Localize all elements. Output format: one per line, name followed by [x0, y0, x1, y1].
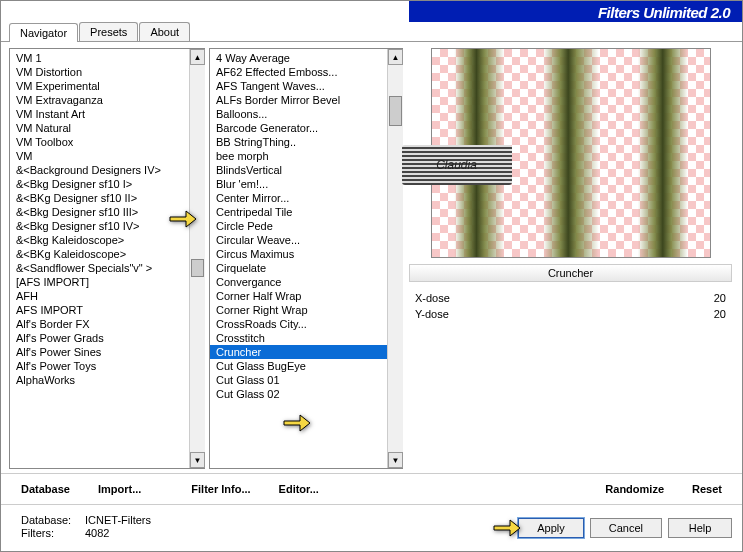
- category-list[interactable]: VM 1VM DistortionVM ExperimentalVM Extra…: [9, 48, 205, 469]
- list-item[interactable]: AlphaWorks: [10, 373, 189, 387]
- status-bar: Database: ICNET-Filters Filters: 4082: [11, 511, 161, 545]
- help-button[interactable]: Help: [668, 518, 732, 538]
- preview-image: Claudia: [431, 48, 711, 258]
- list-item[interactable]: Alf's Power Toys: [10, 359, 189, 373]
- list-item[interactable]: BB StringThing..: [210, 135, 387, 149]
- list-item[interactable]: &<BKg Designer sf10 II>: [10, 191, 189, 205]
- list-item[interactable]: ALFs Border Mirror Bevel: [210, 93, 387, 107]
- list-item[interactable]: Cirquelate: [210, 261, 387, 275]
- status-db-label: Database:: [21, 514, 77, 526]
- list-item[interactable]: Alf's Border FX: [10, 317, 189, 331]
- status-count-value: 4082: [85, 527, 109, 539]
- list-item[interactable]: &<Bkg Kaleidoscope>: [10, 233, 189, 247]
- list-item[interactable]: Circle Pede: [210, 219, 387, 233]
- list-item[interactable]: VM Extravaganza: [10, 93, 189, 107]
- apply-button[interactable]: Apply: [518, 518, 584, 538]
- list-item[interactable]: Crosstitch: [210, 331, 387, 345]
- list-item[interactable]: bee morph: [210, 149, 387, 163]
- list-item[interactable]: VM Experimental: [10, 79, 189, 93]
- watermark-badge: Claudia: [402, 145, 512, 185]
- list-item[interactable]: [AFS IMPORT]: [10, 275, 189, 289]
- list-item[interactable]: 4 Way Average: [210, 51, 387, 65]
- list-item[interactable]: Centripedal Tile: [210, 205, 387, 219]
- list-item[interactable]: VM Instant Art: [10, 107, 189, 121]
- filter-scrollbar[interactable]: ▲ ▼: [387, 49, 403, 468]
- status-db-value: ICNET-Filters: [85, 514, 151, 526]
- filter-info-button[interactable]: Filter Info...: [181, 480, 260, 498]
- scroll-down-icon[interactable]: ▼: [190, 452, 205, 468]
- filter-list[interactable]: 4 Way AverageAF62 Effected Emboss...AFS …: [209, 48, 403, 469]
- dialog-window: Filters Unlimited 2.0 Navigator Presets …: [0, 0, 743, 552]
- list-item[interactable]: CrossRoads City...: [210, 317, 387, 331]
- list-item[interactable]: &<Bkg Designer sf10 III>: [10, 205, 189, 219]
- parameter-panel: X-dose 20 Y-dose 20: [407, 288, 734, 324]
- watermark-text: Claudia: [436, 158, 477, 172]
- list-item[interactable]: &<Bkg Designer sf10 IV>: [10, 219, 189, 233]
- toolbar-row: Database Import... Filter Info... Editor…: [1, 473, 742, 504]
- param-value: 20: [714, 292, 726, 304]
- tab-navigator[interactable]: Navigator: [9, 23, 78, 42]
- list-item[interactable]: Balloons...: [210, 107, 387, 121]
- list-item[interactable]: Circus Maximus: [210, 247, 387, 261]
- param-row[interactable]: Y-dose 20: [415, 306, 726, 322]
- list-item[interactable]: Cut Glass BugEye: [210, 359, 387, 373]
- list-item[interactable]: VM Natural: [10, 121, 189, 135]
- list-item[interactable]: &<Sandflower Specials"v" >: [10, 261, 189, 275]
- list-item[interactable]: VM Distortion: [10, 65, 189, 79]
- list-item[interactable]: Blur 'em!...: [210, 177, 387, 191]
- import-button[interactable]: Import...: [88, 480, 151, 498]
- reset-button[interactable]: Reset: [682, 480, 732, 498]
- list-item[interactable]: Barcode Generator...: [210, 121, 387, 135]
- list-item[interactable]: Circular Weave...: [210, 233, 387, 247]
- list-item[interactable]: &<Background Designers IV>: [10, 163, 189, 177]
- list-item[interactable]: Alf's Power Sines: [10, 345, 189, 359]
- list-item[interactable]: AFS Tangent Waves...: [210, 79, 387, 93]
- list-item[interactable]: VM 1: [10, 51, 189, 65]
- scroll-up-icon[interactable]: ▲: [388, 49, 403, 65]
- filter-column: 4 Way AverageAF62 Effected Emboss...AFS …: [209, 48, 403, 469]
- param-row[interactable]: X-dose 20: [415, 290, 726, 306]
- randomize-button[interactable]: Randomize: [595, 480, 674, 498]
- list-item[interactable]: Corner Half Wrap: [210, 289, 387, 303]
- filter-name-label: Cruncher: [409, 264, 732, 282]
- cancel-button[interactable]: Cancel: [590, 518, 662, 538]
- status-count-label: Filters:: [21, 527, 77, 539]
- list-item[interactable]: BlindsVertical: [210, 163, 387, 177]
- scroll-down-icon[interactable]: ▼: [388, 452, 403, 468]
- list-item[interactable]: VM: [10, 149, 189, 163]
- category-column: VM 1VM DistortionVM ExperimentalVM Extra…: [9, 48, 205, 469]
- list-item[interactable]: &<BKg Kaleidoscope>: [10, 247, 189, 261]
- main-area: VM 1VM DistortionVM ExperimentalVM Extra…: [1, 42, 742, 473]
- list-item[interactable]: AF62 Effected Emboss...: [210, 65, 387, 79]
- action-row: Database: ICNET-Filters Filters: 4082 Ap…: [1, 504, 742, 551]
- list-item[interactable]: Center Mirror...: [210, 191, 387, 205]
- list-item[interactable]: Convergance: [210, 275, 387, 289]
- param-value: 20: [714, 308, 726, 320]
- title-bar: Filters Unlimited 2.0: [1, 1, 742, 23]
- tab-presets[interactable]: Presets: [79, 22, 138, 41]
- scroll-up-icon[interactable]: ▲: [190, 49, 205, 65]
- list-item[interactable]: AFS IMPORT: [10, 303, 189, 317]
- tab-strip: Navigator Presets About: [1, 22, 742, 42]
- database-button[interactable]: Database: [11, 480, 80, 498]
- list-item[interactable]: VM Toolbox: [10, 135, 189, 149]
- list-item[interactable]: Alf's Power Grads: [10, 331, 189, 345]
- list-item[interactable]: Cut Glass 02: [210, 387, 387, 401]
- list-item[interactable]: Cut Glass 01: [210, 373, 387, 387]
- param-label: Y-dose: [415, 308, 449, 320]
- param-label: X-dose: [415, 292, 450, 304]
- app-title: Filters Unlimited 2.0: [598, 4, 730, 21]
- preview-column: Claudia Cruncher X-dose 20 Y-dose 20: [407, 48, 734, 469]
- editor-button[interactable]: Editor...: [269, 480, 329, 498]
- list-item[interactable]: Cruncher: [210, 345, 387, 359]
- list-item[interactable]: AFH: [10, 289, 189, 303]
- list-item[interactable]: &<Bkg Designer sf10 I>: [10, 177, 189, 191]
- tab-about[interactable]: About: [139, 22, 190, 41]
- category-scrollbar[interactable]: ▲ ▼: [189, 49, 205, 468]
- list-item[interactable]: Corner Right Wrap: [210, 303, 387, 317]
